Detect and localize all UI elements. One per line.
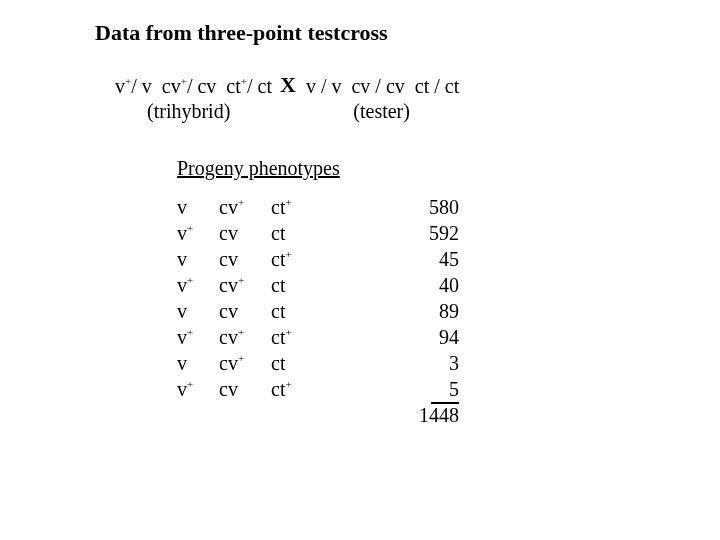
allele: cv: [197, 75, 216, 97]
allele-v: v+: [177, 220, 219, 246]
allele-ct: ct: [271, 350, 317, 376]
table-row: vcvct+45: [177, 246, 625, 272]
allele: ct: [415, 75, 429, 97]
allele-ct: ct: [271, 220, 317, 246]
allele-cv: cv+: [219, 272, 271, 298]
table-row: v+cvct+5: [177, 376, 625, 402]
allele-cv: cv+: [219, 350, 271, 376]
allele-ct: ct+: [271, 246, 317, 272]
allele: cv: [386, 75, 405, 97]
allele-v: v+: [177, 376, 219, 402]
table-row: v+cvct592: [177, 220, 625, 246]
allele: cv: [162, 75, 181, 97]
allele-v: v: [177, 246, 219, 272]
total-count: 1448: [397, 402, 459, 428]
table-total-row: 1448: [177, 402, 625, 428]
tester-genotype: v / v cv / cv ct / ct: [306, 75, 459, 98]
allele: v: [142, 75, 152, 97]
allele-ct: ct: [271, 298, 317, 324]
spacer: [317, 298, 397, 324]
spacer: [317, 194, 397, 220]
count: 45: [397, 246, 459, 272]
allele-cv: cv: [219, 298, 271, 324]
slash: /: [187, 75, 193, 97]
count: 5: [397, 376, 459, 402]
allele-cv: cv: [219, 376, 271, 402]
allele-ct: ct: [271, 272, 317, 298]
allele-v: v: [177, 194, 219, 220]
slash: /: [375, 75, 381, 97]
allele-cv: cv+: [219, 194, 271, 220]
spacer: [317, 376, 397, 402]
spacer: [317, 220, 397, 246]
cross-symbol: X: [280, 72, 296, 98]
trihybrid-genotype: v+/ v cv+/ cv ct+/ ct: [115, 75, 272, 98]
count: 40: [397, 272, 459, 298]
allele-v: v: [177, 350, 219, 376]
count: 3: [397, 350, 459, 376]
allele: cv: [351, 75, 370, 97]
table-row: vcv+ct3: [177, 350, 625, 376]
table-row: vcv+ct+580: [177, 194, 625, 220]
count: 94: [397, 324, 459, 350]
allele-cv: cv: [219, 220, 271, 246]
tester-label: (tester): [353, 100, 410, 123]
table-row: v+cv+ct40: [177, 272, 625, 298]
cross-labels: (trihybrid) (tester): [147, 100, 625, 123]
slash: /: [321, 75, 327, 97]
allele-cv: cv+: [219, 324, 271, 350]
allele-cv: cv: [219, 246, 271, 272]
allele-v: v+: [177, 272, 219, 298]
spacer: [317, 350, 397, 376]
table-row: v+cv+ct+94: [177, 324, 625, 350]
allele-ct: ct+: [271, 376, 317, 402]
count: 592: [397, 220, 459, 246]
allele-ct: ct+: [271, 324, 317, 350]
table-row: vcvct89: [177, 298, 625, 324]
spacer: [317, 272, 397, 298]
count: 580: [397, 194, 459, 220]
spacer: [317, 324, 397, 350]
progeny-table: vcv+ct+580v+cvct592vcvct+45v+cv+ct40vcvc…: [177, 194, 625, 428]
trihybrid-label: (trihybrid): [147, 100, 230, 123]
page-title: Data from three-point testcross: [95, 20, 625, 46]
allele: ct: [226, 75, 240, 97]
count: 89: [397, 298, 459, 324]
allele: v: [331, 75, 341, 97]
allele: v: [115, 75, 125, 97]
allele-v: v+: [177, 324, 219, 350]
spacer: [230, 100, 353, 123]
slash: /: [434, 75, 440, 97]
slash: /: [131, 75, 137, 97]
allele: v: [306, 75, 316, 97]
allele-ct: ct+: [271, 194, 317, 220]
progeny-heading: Progeny phenotypes: [177, 157, 625, 180]
allele-v: v: [177, 298, 219, 324]
cross-genotypes: v+/ v cv+/ cv ct+/ ct X v / v cv / cv ct…: [115, 72, 625, 98]
slash: /: [247, 75, 253, 97]
spacer: [317, 246, 397, 272]
allele: ct: [445, 75, 459, 97]
allele: ct: [258, 75, 272, 97]
